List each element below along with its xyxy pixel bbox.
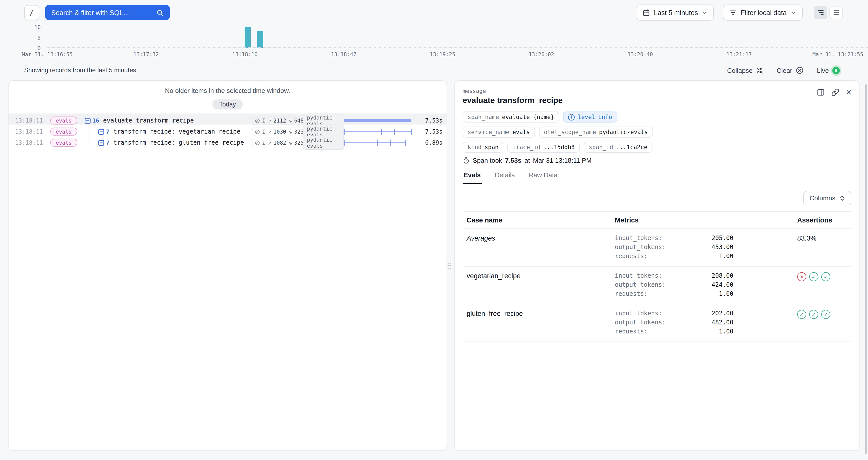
eval-case-row[interactable]: gluten_free_recipe input_tokens: 202.00 … [463,304,851,342]
live-button[interactable]: Live [817,67,840,74]
duration-bar-tick [344,129,345,134]
square-minus-icon [98,128,104,135]
tab-evals[interactable]: Evals [463,171,482,184]
main-panels: No older items in the selected time wind… [8,80,860,451]
trace-row-name: transform_recipe: vegetarian_recipe [113,128,240,135]
y-axis-label: 0 [37,45,41,51]
span-summary: Span took 7.53s at Mar 31 13:18:11 PM [463,157,851,164]
metric-line: input_tokens: 202.00 [615,309,733,318]
token-circle-icon [255,140,260,145]
copy-link-button[interactable] [832,88,840,96]
live-indicator-dot [832,67,840,74]
metric-value: 424.00 [712,280,733,289]
assertion-pass-icon[interactable]: ✓ [797,310,806,319]
time-range-button[interactable]: Last 5 minutes [636,4,714,21]
scrollbar[interactable] [865,85,867,454]
eval-case-row[interactable]: vegetarian_recipe input_tokens: 208.00 o… [463,267,851,304]
metric-line: output_tokens: 453.00 [615,242,733,252]
chevron-down-icon [702,10,708,15]
duration-bar [344,140,406,145]
span-count-badge[interactable]: 7 [98,139,109,146]
tokens-in-icon: ↗ [268,118,272,123]
tokens-out-icon: ↘ [288,140,292,145]
open-in-panel-button[interactable] [817,88,825,96]
tab-raw-data[interactable]: Raw Data [528,171,558,184]
token-usage-chip: Σ ↗1082 ↘325 [251,138,308,147]
duration-bar-tick [394,129,395,134]
slash-shortcut-button[interactable]: / [24,5,39,20]
trace-row[interactable]: 13:18:11 evals 7 transform_recipe: veget… [8,125,446,136]
collapse-button[interactable]: Collapse [727,67,764,74]
span-at-text: at [524,157,530,164]
metric-line: requests: 1.00 [615,289,733,298]
showing-records-text: Showing records from the last 5 minutes [24,67,136,74]
attribute-chip[interactable]: otel_scope_name pydantic-evals [539,127,653,138]
chip-value: pydantic-evals [599,129,648,136]
chart-bar[interactable] [245,27,251,48]
chart-plot[interactable] [47,27,838,48]
metric-value: 202.00 [712,309,733,318]
search-icon [156,9,163,16]
metric-value: 208.00 [712,271,733,280]
case-name: gluten_free_recipe [467,309,615,336]
list-view-button[interactable] [829,6,843,19]
chevron-down-icon [790,10,796,15]
tab-details[interactable]: Details [494,171,516,184]
metric-label: output_tokens: [615,318,665,327]
attribute-chip[interactable]: i level Info [563,111,617,123]
trace-row-duration: 6.89s [414,139,442,146]
tokens-out: 325 [294,140,304,145]
chip-value: ...15ddb8 [544,144,575,151]
duration-bar-tick [377,140,378,145]
tree-connector [88,136,94,150]
eval-case-row[interactable]: Averages input_tokens: 205.00 output_tok… [463,229,851,267]
evals-table: Case name Metrics Assertions Averages in… [463,211,851,342]
x-axis-label: 13:18:10 [232,51,257,57]
sigma-icon: Σ [262,118,266,124]
assertion-fail-icon[interactable]: × [797,272,806,281]
tree-view-button[interactable] [814,6,827,19]
trace-row[interactable]: 13:18:11 evals 16 evaluate transform_rec… [8,113,446,125]
assertion-pass-icon[interactable]: ✓ [821,272,830,281]
attribute-chip[interactable]: span_name evaluate {name} [463,111,559,123]
case-name: Averages [467,233,615,261]
trace-row[interactable]: 13:18:11 evals 7 transform_recipe: glute… [8,136,446,146]
trace-row-tag-badge: evals [50,139,77,146]
assertion-pass-icon[interactable]: ✓ [809,272,818,281]
columns-button[interactable]: Columns [803,191,851,205]
span-duration: 7.53s [505,157,521,164]
duration-bar-tick [380,129,381,134]
attribute-chip[interactable]: service_name evals [463,127,535,138]
live-label: Live [817,67,829,74]
span-took-text: Span took [473,157,502,164]
header-assertions: Assertions [797,217,847,224]
chip-value: evals [513,129,530,136]
columns-row: Columns [463,191,851,205]
x-axis-label: 13:20:40 [627,51,653,57]
span-count-badge[interactable]: 7 [98,128,109,135]
y-axis-label: 5 [37,35,41,41]
topbar: / Search & filter with SQL... Last 5 min… [0,0,868,25]
chip-value: ...1ca2ce [616,144,648,151]
attribute-chip[interactable]: trace_id ...15ddb8 [507,142,580,153]
attribute-chip[interactable]: kind span [463,142,503,153]
close-button[interactable]: × [846,88,851,97]
chart-bar[interactable] [257,31,264,48]
assertion-pass-icon[interactable]: ✓ [809,310,818,319]
span-count-badge[interactable]: 16 [84,117,99,124]
detail-tabs: EvalsDetailsRaw Data [463,171,851,184]
trace-row-name-cell: 7 transform_recipe: gluten_free_recipe [84,136,251,150]
chip-key: span_id [589,144,613,151]
duration-bar-tick [390,140,391,145]
table-header: Case name Metrics Assertions [463,212,851,229]
panel-resize-handle[interactable] [445,260,452,272]
assertion-pass-icon[interactable]: ✓ [821,310,830,319]
columns-label: Columns [809,194,835,202]
clear-button[interactable]: Clear [777,66,804,74]
sql-search-button[interactable]: Search & filter with SQL... [45,5,169,20]
x-axis: Mar 31. 13:16:5513:17:3213:18:1013:18:47… [47,51,838,59]
filter-local-data-button[interactable]: Filter local data [723,4,803,21]
attribute-chip[interactable]: span_id ...1ca2ce [584,142,652,153]
case-metrics: input_tokens: 202.00 output_tokens: 482.… [615,309,733,336]
time-range-label: Last 5 minutes [654,9,698,16]
